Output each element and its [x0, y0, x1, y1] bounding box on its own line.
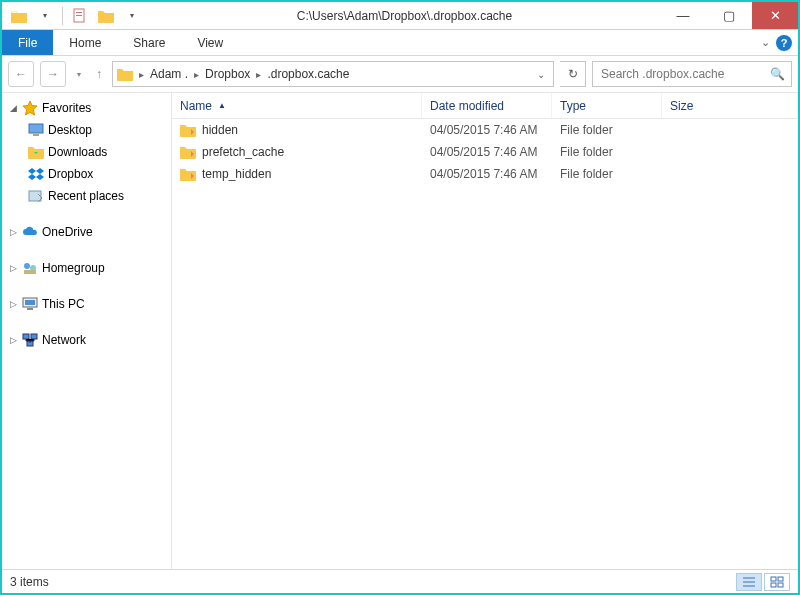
table-row[interactable]: hidden04/05/2015 7:46 AMFile folder [172, 119, 798, 141]
svg-rect-15 [771, 577, 776, 581]
table-row[interactable]: prefetch_cache04/05/2015 7:46 AMFile fol… [172, 141, 798, 163]
table-row[interactable]: temp_hidden04/05/2015 7:46 AMFile folder [172, 163, 798, 185]
back-button[interactable]: ← [8, 61, 34, 87]
column-header-size[interactable]: Size [662, 93, 798, 118]
file-list: hidden04/05/2015 7:46 AMFile folderprefe… [172, 119, 798, 569]
tab-view[interactable]: View [181, 30, 239, 55]
column-label: Type [560, 99, 586, 113]
homegroup-icon [22, 260, 38, 276]
recent-locations-icon[interactable]: ▾ [72, 61, 86, 87]
downloads-icon [28, 144, 44, 160]
tree-item-dropbox[interactable]: Dropbox [2, 163, 171, 185]
forward-button[interactable]: → [40, 61, 66, 87]
file-date: 04/05/2015 7:46 AM [422, 145, 552, 159]
window-title: C:\Users\Adam\Dropbox\.dropbox.cache [149, 2, 660, 29]
tree-item-favorites[interactable]: ◢ Favorites [2, 97, 171, 119]
tab-file[interactable]: File [2, 30, 53, 55]
file-list-pane: Name ▲ Date modified Type Size hidden04/… [172, 93, 798, 569]
qat-dropdown-icon[interactable]: ▾ [34, 5, 56, 27]
folder-icon [8, 5, 30, 27]
breadcrumb-segment[interactable]: Dropbox [205, 67, 250, 81]
file-type: File folder [552, 123, 662, 137]
svg-rect-12 [23, 334, 29, 339]
svg-rect-8 [24, 270, 36, 274]
new-folder-icon[interactable] [95, 5, 117, 27]
address-dropdown-icon[interactable]: ⌄ [533, 69, 549, 80]
tree-label: Homegroup [42, 261, 105, 275]
chevron-right-icon[interactable]: ▸ [135, 69, 148, 80]
file-name: hidden [202, 123, 238, 137]
svg-rect-10 [25, 300, 35, 305]
tree-label: Network [42, 333, 86, 347]
tree-item-recent-places[interactable]: Recent places [2, 185, 171, 207]
column-headers: Name ▲ Date modified Type Size [172, 93, 798, 119]
search-icon[interactable]: 🔍 [770, 67, 785, 81]
folder-icon [117, 66, 133, 82]
tab-home[interactable]: Home [53, 30, 117, 55]
help-icon[interactable]: ? [776, 35, 792, 51]
navigation-pane: ◢ Favorites Desktop Downloads [2, 93, 172, 569]
column-label: Name [180, 99, 212, 113]
tree-item-network[interactable]: ▷ Network [2, 329, 171, 351]
disclosure-triangle-icon[interactable]: ▷ [8, 263, 18, 273]
dropbox-icon [28, 166, 44, 182]
file-type: File folder [552, 145, 662, 159]
tree-item-desktop[interactable]: Desktop [2, 119, 171, 141]
search-box[interactable]: 🔍 [592, 61, 792, 87]
search-input[interactable] [599, 66, 770, 82]
address-bar-row: ← → ▾ ↑ ▸ Adam . ▸ Dropbox ▸ .dropbox.ca… [2, 56, 798, 92]
tree-label: Favorites [42, 101, 91, 115]
svg-rect-11 [27, 308, 33, 310]
file-date: 04/05/2015 7:46 AM [422, 167, 552, 181]
body: ◢ Favorites Desktop Downloads [2, 92, 798, 569]
tree-item-onedrive[interactable]: ▷ OneDrive [2, 221, 171, 243]
tree-label: Recent places [48, 189, 124, 203]
tree-label: OneDrive [42, 225, 93, 239]
sort-ascending-icon: ▲ [218, 101, 226, 110]
breadcrumb[interactable]: ▸ Adam . ▸ Dropbox ▸ .dropbox.cache ⌄ [112, 61, 554, 87]
status-item-count: 3 items [10, 575, 49, 589]
view-large-icons-button[interactable] [764, 573, 790, 591]
chevron-right-icon[interactable]: ▸ [252, 69, 265, 80]
recent-places-icon [28, 188, 44, 204]
disclosure-triangle-icon[interactable]: ▷ [8, 299, 18, 309]
refresh-button[interactable]: ↻ [560, 61, 586, 87]
tree-item-downloads[interactable]: Downloads [2, 141, 171, 163]
qat-overflow-icon[interactable]: ▾ [121, 5, 143, 27]
ribbon-tabs: File Home Share View ⌄ ? [2, 30, 798, 56]
column-header-name[interactable]: Name ▲ [172, 93, 422, 118]
folder-icon [180, 166, 196, 182]
svg-point-6 [24, 263, 30, 269]
tree-item-homegroup[interactable]: ▷ Homegroup [2, 257, 171, 279]
folder-icon [180, 122, 196, 138]
svg-rect-18 [778, 583, 783, 587]
svg-rect-5 [29, 191, 41, 201]
view-details-button[interactable] [736, 573, 762, 591]
disclosure-triangle-icon[interactable]: ▷ [8, 227, 18, 237]
up-button[interactable]: ↑ [92, 61, 106, 87]
ribbon-expand-icon[interactable]: ⌄ [761, 36, 770, 49]
file-name: temp_hidden [202, 167, 271, 181]
tree-label: Dropbox [48, 167, 93, 181]
chevron-right-icon[interactable]: ▸ [190, 69, 203, 80]
breadcrumb-segment[interactable]: Adam . [150, 67, 188, 81]
breadcrumb-segment[interactable]: .dropbox.cache [267, 67, 349, 81]
desktop-icon [28, 122, 44, 138]
tree-item-this-pc[interactable]: ▷ This PC [2, 293, 171, 315]
disclosure-triangle-icon[interactable]: ◢ [8, 103, 18, 113]
network-icon [22, 332, 38, 348]
column-label: Size [670, 99, 693, 113]
disclosure-triangle-icon[interactable]: ▷ [8, 335, 18, 345]
separator [62, 7, 63, 25]
svg-rect-3 [29, 124, 43, 133]
explorer-window: ▾ ▾ C:\Users\Adam\Dropbox\.dropbox.cache… [0, 0, 800, 595]
properties-icon[interactable] [69, 5, 91, 27]
column-header-date[interactable]: Date modified [422, 93, 552, 118]
svg-rect-13 [31, 334, 37, 339]
column-header-type[interactable]: Type [552, 93, 662, 118]
tab-share[interactable]: Share [117, 30, 181, 55]
folder-icon [180, 144, 196, 160]
close-button[interactable]: ✕ [752, 2, 798, 29]
maximize-button[interactable]: ▢ [706, 2, 752, 29]
minimize-button[interactable]: — [660, 2, 706, 29]
